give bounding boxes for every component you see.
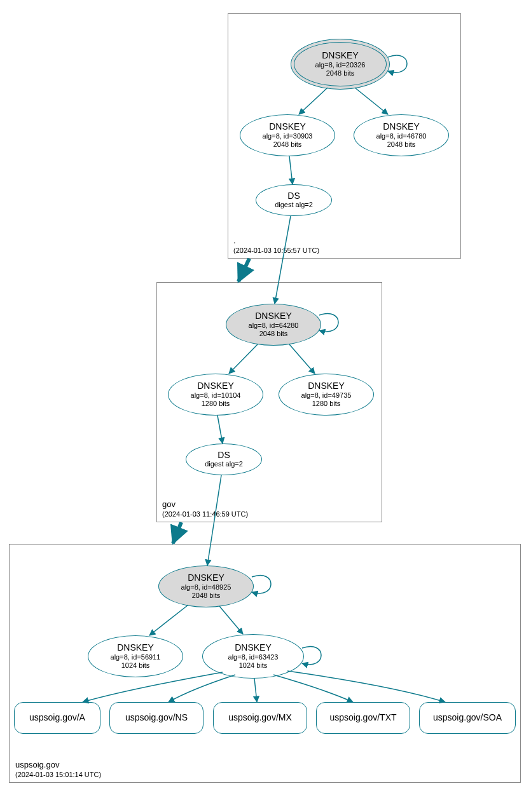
node-title: DNSKEY [269, 122, 306, 132]
node-gov-zsk-49735: DNSKEY alg=8, id=49735 1280 bits [279, 374, 374, 416]
node-title: DNSKEY [308, 381, 345, 391]
zone-root-timestamp: (2024-01-03 10:55:57 UTC) [233, 247, 319, 254]
node-uspsoig-zsk-63423: DNSKEY alg=8, id=63423 1024 bits [202, 634, 304, 679]
node-sub: alg=8, id=56911 [111, 653, 161, 661]
node-rr-txt: uspsoig.gov/TXT [316, 702, 410, 734]
node-root-ds: DS digest alg=2 [256, 184, 332, 216]
node-sub: 1024 bits [239, 661, 268, 670]
node-sub: 1280 bits [202, 400, 230, 408]
node-label: uspsoig.gov/MX [228, 713, 292, 722]
node-sub: 2048 bits [192, 592, 221, 600]
zone-uspsoig-timestamp: (2024-01-03 15:01:14 UTC) [15, 771, 101, 778]
node-title: DNSKEY [117, 643, 154, 653]
zone-gov-timestamp: (2024-01-03 11:46:59 UTC) [162, 510, 248, 518]
node-sub: 1280 bits [312, 400, 341, 408]
node-gov-ds: DS digest alg=2 [186, 443, 262, 475]
node-sub: alg=8, id=63423 [228, 653, 279, 661]
node-sub: 2048 bits [273, 140, 302, 149]
zone-uspsoig-label: uspsoig.gov [15, 760, 59, 769]
node-title: DNSKEY [188, 573, 224, 583]
node-uspsoig-zsk-56911: DNSKEY alg=8, id=56911 1024 bits [88, 635, 183, 677]
node-sub: 2048 bits [259, 330, 288, 338]
node-root-zsk-30903: DNSKEY alg=8, id=30903 2048 bits [240, 114, 335, 156]
node-uspsoig-ksk: DNSKEY alg=8, id=48925 2048 bits [158, 565, 254, 607]
node-sub: digest alg=2 [205, 460, 243, 468]
node-sub: alg=8, id=48925 [181, 583, 231, 592]
node-title: DNSKEY [197, 381, 234, 391]
node-sub: 2048 bits [387, 140, 416, 149]
node-rr-soa: uspsoig.gov/SOA [419, 702, 516, 734]
node-sub: alg=8, id=30903 [263, 132, 313, 140]
node-title: DS [217, 450, 230, 460]
node-rr-mx: uspsoig.gov/MX [213, 702, 307, 734]
node-rr-a: uspsoig.gov/A [14, 702, 100, 734]
node-rr-ns: uspsoig.gov/NS [109, 702, 203, 734]
node-sub: alg=8, id=49735 [301, 391, 352, 400]
node-sub: alg=8, id=46780 [376, 132, 427, 140]
node-sub: alg=8, id=10104 [191, 391, 241, 400]
node-sub: 1024 bits [121, 661, 150, 670]
node-title: DNSKEY [255, 311, 292, 321]
node-title: DNSKEY [322, 51, 359, 60]
node-sub: 2048 bits [326, 69, 355, 78]
zone-gov-label: gov [162, 499, 176, 509]
node-label: uspsoig.gov/NS [125, 713, 188, 722]
node-root-ksk: DNSKEY alg=8, id=20326 2048 bits [291, 39, 390, 90]
node-title: DNSKEY [383, 122, 420, 132]
node-label: uspsoig.gov/TXT [329, 713, 396, 722]
node-label: uspsoig.gov/A [29, 713, 85, 722]
node-gov-ksk: DNSKEY alg=8, id=64280 2048 bits [226, 304, 321, 346]
node-sub: digest alg=2 [275, 201, 313, 209]
node-sub: alg=8, id=64280 [249, 321, 299, 330]
node-title: DS [287, 191, 300, 201]
node-sub: alg=8, id=20326 [315, 61, 366, 69]
node-root-zsk-46780: DNSKEY alg=8, id=46780 2048 bits [354, 114, 449, 156]
zone-root-label: . [233, 236, 236, 245]
node-gov-zsk-10104: DNSKEY alg=8, id=10104 1280 bits [168, 374, 263, 416]
node-title: DNSKEY [235, 643, 272, 653]
node-label: uspsoig.gov/SOA [433, 713, 502, 722]
